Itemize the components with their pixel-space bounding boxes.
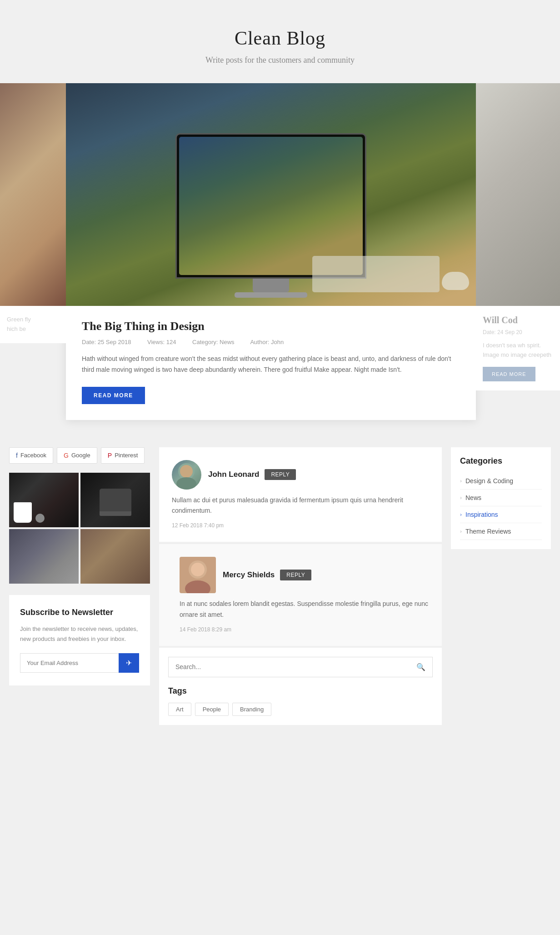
right-card-excerpt: I doesn't sea wh spirit. Image mo image … [483, 341, 553, 360]
carousel-right-card: Will Cod Date: 24 Sep 20 I doesn't sea w… [476, 83, 560, 390]
featured-read-more-button[interactable]: READ MORE [82, 387, 145, 404]
pinterest-label: Pinterest [115, 452, 138, 459]
newsletter-form: ✈ [20, 653, 139, 673]
carousel-left-card: Green flyhich be [0, 83, 66, 343]
search-box: 🔍 [168, 657, 433, 677]
categories-title: Categories [460, 456, 542, 466]
featured-card-content: The Big Thing in Design Date: 25 Sep 201… [66, 306, 476, 420]
newsletter-description: Join the newsletter to receive news, upd… [20, 624, 139, 644]
mercy-avatar-svg [180, 557, 216, 593]
search-tags-section: 🔍 Tags Art People Branding [159, 648, 442, 725]
right-column: Categories › Design & Coding › News › In… [451, 447, 551, 727]
svg-point-2 [176, 477, 196, 490]
category-arrow-4: › [460, 528, 462, 535]
commenter-1-name: John Leonard [208, 470, 259, 479]
category-theme-reviews[interactable]: › Theme Reviews [460, 523, 542, 540]
category-label-4: Theme Reviews [465, 528, 511, 535]
pinterest-icon: P [108, 452, 112, 459]
newsletter-submit-button[interactable]: ✈ [119, 653, 139, 673]
monitor-screen [179, 137, 363, 275]
tag-art[interactable]: Art [168, 703, 191, 716]
comment-1-text: Nullam ac dui et purus malesuada gravida… [172, 495, 429, 517]
category-label-2: News [465, 494, 481, 501]
john-avatar-image [172, 460, 201, 490]
reply-button-1[interactable]: REPLY [265, 469, 296, 480]
social-buttons: f Facebook G Google P Pinterest [9, 447, 150, 464]
facebook-button[interactable]: f Facebook [9, 447, 53, 464]
left-card-image [0, 83, 66, 306]
featured-card-image [66, 83, 476, 306]
category-arrow-2: › [460, 494, 462, 501]
commenter-2-name: Mercy Shields [223, 570, 275, 580]
monitor-base [235, 292, 307, 298]
tag-branding[interactable]: Branding [232, 703, 271, 716]
featured-views: Views: 124 [147, 339, 183, 345]
john-avatar [172, 460, 201, 490]
reply-button-2[interactable]: REPLY [280, 570, 311, 580]
newsletter-email-input[interactable] [20, 653, 119, 673]
category-inspirations[interactable]: › Inspirations [460, 506, 542, 523]
newsletter-send-icon: ✈ [126, 659, 132, 667]
google-button[interactable]: G Google [57, 447, 97, 464]
right-card-read-more-button[interactable]: READ MORE [483, 367, 535, 381]
center-column: John Leonard REPLY Nullam ac dui et puru… [159, 447, 442, 727]
right-card-image [476, 83, 560, 306]
featured-date: Date: 25 Sep 2018 [82, 339, 138, 345]
search-input[interactable] [169, 657, 410, 677]
category-label-1: Design & Coding [465, 477, 513, 485]
monitor-stand [253, 279, 289, 292]
google-label: Google [71, 452, 90, 459]
left-card-content: Green flyhich be [0, 306, 66, 343]
john-avatar-svg [172, 460, 201, 490]
facebook-icon: f [16, 452, 18, 459]
tag-people[interactable]: People [195, 703, 229, 716]
featured-card-excerpt: Hath without winged from creature won't … [82, 354, 460, 375]
left-column: f Facebook G Google P Pinterest [9, 447, 150, 727]
category-news[interactable]: › News [460, 490, 542, 506]
svg-point-6 [191, 563, 205, 576]
photo-cell-2 [80, 473, 150, 527]
mouse-shape [442, 272, 469, 290]
pinterest-button[interactable]: P Pinterest [101, 447, 145, 464]
featured-category: Category: News [192, 339, 242, 345]
category-arrow-1: › [460, 477, 462, 484]
left-card-excerpt: Green flyhich be [7, 315, 59, 334]
search-icon: 🔍 [416, 663, 425, 671]
search-button[interactable]: 🔍 [410, 657, 432, 677]
photo-cell-1 [9, 473, 79, 527]
newsletter-title: Subscribe to Newsletter [20, 608, 139, 617]
comment-card-1: John Leonard REPLY Nullam ac dui et puru… [159, 447, 442, 542]
comment-2-header: Mercy Shields REPLY [180, 557, 429, 593]
comment-1-header: John Leonard REPLY [172, 460, 429, 490]
site-header: Clean Blog Write posts for the customers… [0, 0, 560, 83]
featured-author: Author: John [250, 339, 291, 345]
comment-1-meta: John Leonard REPLY [208, 469, 429, 480]
category-design-coding[interactable]: › Design & Coding [460, 473, 542, 490]
category-arrow-3: › [460, 511, 462, 518]
photo-cell-3 [9, 529, 79, 584]
comment-1-date: 12 Feb 2018 7:40 pm [172, 522, 224, 529]
featured-card: The Big Thing in Design Date: 25 Sep 201… [66, 83, 476, 420]
facebook-label: Facebook [20, 452, 46, 459]
right-card-title: Will Cod [483, 315, 553, 325]
newsletter-section: Subscribe to Newsletter Join the newslet… [9, 595, 150, 685]
main-content: f Facebook G Google P Pinterest [0, 434, 560, 740]
featured-card-title: The Big Thing in Design [82, 320, 460, 333]
google-icon: G [64, 452, 69, 459]
categories-section: Categories › Design & Coding › News › In… [451, 447, 551, 549]
svg-point-1 [180, 465, 193, 478]
featured-card-meta: Date: 25 Sep 2018 Views: 124 Category: N… [82, 339, 460, 345]
tags-container: Art People Branding [168, 703, 433, 716]
photo-cell-4 [80, 529, 150, 584]
category-label-3: Inspirations [465, 511, 498, 518]
tags-title: Tags [168, 686, 433, 696]
carousel-section: Green flyhich be The Big Thing in Design… [0, 83, 560, 434]
comment-card-2: Mercy Shields REPLY In at nunc sodales l… [159, 544, 442, 646]
comment-2-date: 14 Feb 2018 8:29 am [180, 626, 231, 633]
right-card-meta: Date: 24 Sep 20 [483, 329, 553, 335]
comment-2-meta: Mercy Shields REPLY [223, 570, 429, 580]
photo-grid [9, 473, 150, 584]
right-card-content: Will Cod Date: 24 Sep 20 I doesn't sea w… [476, 306, 560, 390]
site-subtitle: Write posts for the customers and commun… [9, 55, 551, 65]
keyboard-shape [312, 256, 440, 292]
